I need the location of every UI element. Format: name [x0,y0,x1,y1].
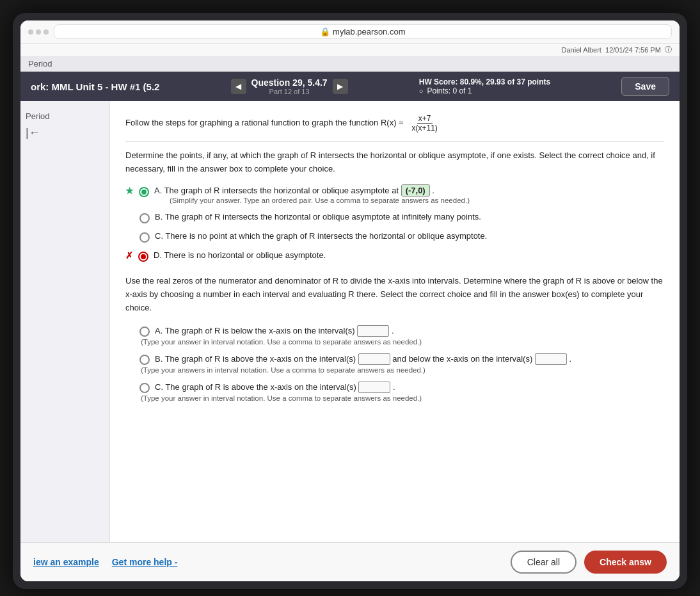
sidebar: Period |← [20,101,110,542]
bottom-links: iew an example Get more help - [33,557,177,567]
browser-dot-2 [36,29,41,35]
section2-option-b: B. The graph of R is above the x-axis on… [125,353,664,374]
option2-a-note: (Type your answer in interval notation. … [141,338,664,346]
section1-option-b: B. The graph of R intersects the horizon… [125,212,664,223]
option-c-text: C. There is no point at which the graph … [155,231,487,241]
section1-radio-group: ★ A. The graph of R intersects the horiz… [125,186,664,262]
radio-c[interactable] [139,232,150,243]
option2-b-answer2[interactable] [535,353,567,365]
browser-dot-1 [28,29,33,35]
star-icon-a: ★ [125,186,134,196]
section2-option-a-row: A. The graph of R is below the x-axis on… [125,325,664,337]
option2-c-period: . [393,382,395,392]
info-icon: ⓘ [665,45,672,54]
section2-radio-group: A. The graph of R is below the x-axis on… [125,325,664,402]
option-c-label: C. There is no point at which the graph … [155,231,664,241]
option-b-label: B. The graph of R intersects the horizon… [155,212,664,221]
radio2-b[interactable] [139,355,150,365]
hw-score: HW Score: 80.9%, 29.93 of 37 points [419,77,550,86]
option2-b-connector: and below the x-axis on the interval(s) [392,354,535,364]
formula-denominator: x(x+11) [411,124,439,133]
option-b-text: B. The graph of R intersects the horizon… [155,212,481,221]
option2-a-period: . [392,326,394,335]
bottom-actions: Clear all Check answ [511,551,667,574]
option-d-label: D. There is no horizontal or oblique asy… [154,250,664,260]
radio-b[interactable] [139,213,150,223]
period-sidebar: Period [26,111,104,121]
section2-instruction: Use the real zeros of the numerator and … [125,275,664,314]
section1-option-a: ★ A. The graph of R intersects the horiz… [125,186,664,204]
hw-title: ork: MML Unit 5 - HW #1 (5.2 [31,81,159,92]
get-help-link[interactable]: Get more help - [112,557,178,567]
score-info: HW Score: 80.9%, 29.93 of 37 points ○ Po… [419,77,550,95]
option2-a-text: A. The graph of R is below the x-axis on… [155,326,357,335]
section1-option-c: C. There is no point at which the graph … [125,231,664,243]
question-header: ork: MML Unit 5 - HW #1 (5.2 ◀ Question … [20,72,680,101]
radio2-c[interactable] [139,383,150,393]
function-header: Follow the steps for graphing a rational… [125,114,664,133]
status-bar: Daniel Albert 12/01/24 7:56 PM ⓘ [20,44,680,56]
url-bar[interactable]: 🔒 mylab.pearson.com [54,24,672,39]
next-question-button[interactable]: ▶ [333,79,348,94]
option-a-text: A. The graph of R intersects the horizon… [154,186,401,195]
url-text: mylab.pearson.com [333,27,405,36]
option-a-period: . [432,186,434,195]
datetime: 12/01/24 7:56 PM [605,46,661,54]
question-nav: ◀ Question 29, 5.4.7 Part 12 of 13 ▶ [231,77,348,95]
question-title: Question 29, 5.4.7 Part 12 of 13 [251,77,328,95]
formula-numerator: x+7 [417,114,433,124]
function-formula: x+7 x(x+11) [411,114,439,133]
period-label: Period [28,59,52,68]
option2-c-label: C. The graph of R is above the x-axis on… [155,382,664,393]
section2-option-c: C. The graph of R is above the x-axis on… [125,382,664,402]
divider-1 [125,141,664,141]
bottom-bar: iew an example Get more help - Clear all… [20,542,680,581]
check-answer-button[interactable]: Check answ [584,551,667,574]
user-info: Daniel Albert [562,46,601,54]
radio-d[interactable] [138,252,148,262]
option2-b-answer1[interactable] [358,353,390,365]
lock-icon: 🔒 [320,27,330,36]
radio-a[interactable] [139,187,149,197]
option2-b-label: B. The graph of R is above the x-axis on… [155,353,664,365]
screen: 🔒 mylab.pearson.com Daniel Albert 12/01/… [20,20,680,581]
option2-b-period: . [569,354,572,364]
section2-option-b-row: B. The graph of R is above the x-axis on… [125,353,664,365]
option2-b-text: B. The graph of R is above the x-axis on… [155,354,358,364]
view-example-link[interactable]: iew an example [33,557,99,567]
browser-dots [28,29,49,35]
section1-option-d: ✗ D. There is no horizontal or oblique a… [125,250,664,262]
option2-c-note: (Type your answer in interval notation. … [141,394,664,402]
x-icon-d: ✗ [125,250,133,261]
section2-option-a: A. The graph of R is below the x-axis on… [125,325,664,346]
option-a-answer: (-7,0) [401,184,430,197]
section2-option-c-row: C. The graph of R is above the x-axis on… [125,382,664,393]
question-label: Question 29, 5.4.7 [251,77,328,88]
browser-dot-3 [44,29,49,35]
points-circle-icon: ○ [419,87,424,95]
clear-all-button[interactable]: Clear all [511,551,577,574]
radio2-a[interactable] [139,326,150,337]
option2-a-answer[interactable] [357,325,389,337]
option2-c-answer[interactable] [358,382,390,393]
top-nav: Period [20,56,680,72]
back-icon[interactable]: |← [26,126,104,140]
section1-instruction: Determine the points, if any, at which t… [125,149,664,176]
option-d-text: D. There is no horizontal or oblique asy… [154,250,326,260]
option2-b-note: (Type your answers in interval notation.… [141,366,664,374]
device-frame: 🔒 mylab.pearson.com Daniel Albert 12/01/… [13,13,687,589]
points-label: Points: 0 of 1 [427,86,472,95]
save-button[interactable]: Save [621,77,669,96]
part-label: Part 12 of 13 [251,88,328,95]
option-a-label: A. The graph of R intersects the horizon… [154,186,664,204]
option2-a-label: A. The graph of R is below the x-axis on… [155,325,664,337]
content-area: Period |← Follow the steps for graphing … [20,101,680,542]
prev-question-button[interactable]: ◀ [231,79,246,94]
option-a-note: (Simplify your answer. Type an ordered p… [170,197,664,204]
function-instruction-text: Follow the steps for graphing a rational… [125,118,404,127]
option2-c-text: C. The graph of R is above the x-axis on… [155,382,358,392]
main-content: Follow the steps for graphing a rational… [110,101,680,542]
hw-title-section: ork: MML Unit 5 - HW #1 (5.2 [31,81,159,92]
browser-bar: 🔒 mylab.pearson.com [20,20,680,44]
